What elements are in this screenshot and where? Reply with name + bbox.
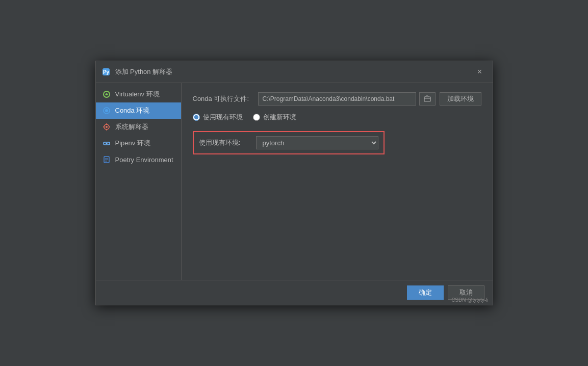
close-button[interactable]: ×	[474, 66, 485, 77]
watermark: CSDN @tytyty-li	[451, 297, 488, 303]
radio-create-new[interactable]: 创建新环境	[253, 113, 296, 122]
sidebar-item-poetry-label: Poetry Environment	[115, 156, 173, 164]
sidebar: Virtualenv 环境 Conda 环境	[96, 83, 182, 280]
file-path-row	[258, 92, 436, 106]
svg-point-12	[106, 143, 107, 144]
poetry-icon	[102, 155, 111, 164]
title-bar: Py 添加 Python 解释器 ×	[96, 61, 493, 83]
svg-point-4	[105, 109, 108, 112]
env-select-row: 使用现有环境: pytorch base tf myenv	[193, 131, 385, 154]
radio-row: 使用现有环境 创建新环境	[193, 113, 481, 122]
sidebar-item-virtualenv[interactable]: Virtualenv 环境	[96, 86, 181, 102]
sidebar-item-poetry[interactable]: Poetry Environment	[96, 151, 181, 168]
conda-exe-label: Conda 可执行文件:	[193, 94, 254, 103]
virtualenv-icon	[102, 90, 111, 99]
radio-use-existing-input[interactable]	[193, 114, 200, 121]
browse-button[interactable]	[419, 92, 436, 106]
dialog-title: 添加 Python 解释器	[115, 67, 474, 76]
sidebar-item-conda-label: Conda 环境	[115, 106, 150, 115]
radio-create-new-input[interactable]	[253, 114, 260, 121]
sidebar-item-system-label: 系统解释器	[115, 122, 148, 132]
system-icon	[102, 122, 111, 132]
confirm-button[interactable]: 确定	[407, 285, 444, 300]
sidebar-item-system[interactable]: 系统解释器	[96, 119, 181, 135]
conda-exe-input[interactable]	[258, 92, 416, 106]
conda-exe-row: Conda 可执行文件: 加载环境	[193, 92, 481, 106]
sidebar-item-conda[interactable]: Conda 环境	[96, 102, 181, 119]
env-label: 使用现有环境:	[199, 138, 250, 147]
sidebar-item-pipenv-label: Pipenv 环境	[115, 139, 150, 148]
sidebar-item-virtualenv-label: Virtualenv 环境	[115, 90, 160, 99]
dialog: Py 添加 Python 解释器 × Virtualenv 环境	[95, 61, 493, 305]
pipenv-icon	[102, 139, 111, 148]
svg-text:Py: Py	[103, 69, 109, 75]
radio-use-existing[interactable]: 使用现有环境	[193, 113, 243, 122]
svg-rect-17	[424, 97, 430, 101]
main-content: Conda 可执行文件: 加载环境	[182, 83, 493, 280]
dialog-footer: 确定 取消	[96, 280, 493, 305]
radio-create-new-label: 创建新环境	[263, 113, 296, 122]
env-select[interactable]: pytorch base tf myenv	[256, 136, 378, 149]
conda-icon	[102, 106, 111, 115]
load-env-button[interactable]: 加载环境	[440, 92, 481, 106]
radio-use-existing-label: 使用现有环境	[203, 113, 243, 122]
sidebar-item-pipenv[interactable]: Pipenv 环境	[96, 135, 181, 151]
dialog-body: Virtualenv 环境 Conda 环境	[96, 83, 493, 280]
python-icon: Py	[101, 67, 111, 77]
svg-point-6	[106, 126, 108, 128]
